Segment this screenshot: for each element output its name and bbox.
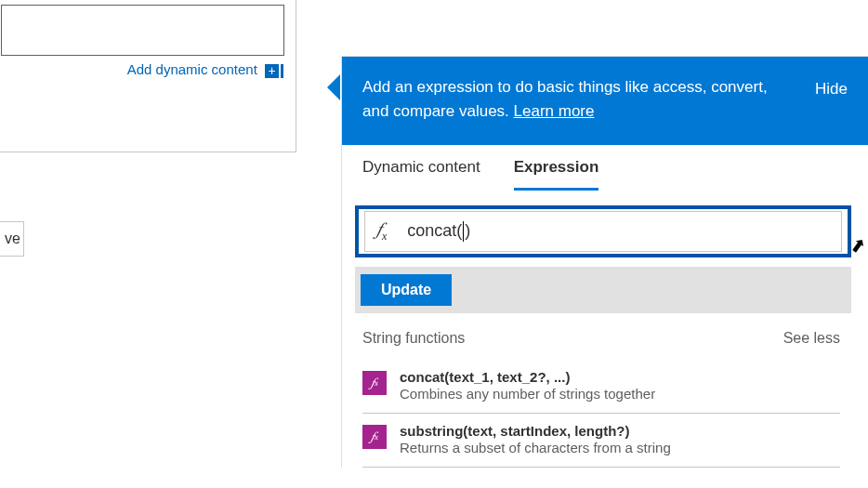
learn-more-link[interactable]: Learn more: [514, 102, 595, 120]
function-description: Combines any number of strings together: [400, 386, 655, 402]
expression-flyout: Add an expression to do basic things lik…: [341, 56, 868, 468]
action-input[interactable]: [1, 5, 284, 56]
tab-dynamic-content[interactable]: Dynamic content: [362, 158, 480, 191]
add-dynamic-content-link[interactable]: Add dynamic content +: [127, 61, 283, 78]
expression-input[interactable]: 𝑓x concat(): [364, 211, 842, 252]
plus-icon: +: [265, 64, 279, 78]
function-signature: substring(text, startIndex, length?): [400, 423, 671, 439]
function-signature: concat(text_1, text_2?, ...): [400, 369, 655, 385]
add-dynamic-content-label: Add dynamic content: [127, 61, 257, 77]
bar-icon: [281, 64, 283, 78]
action-card: Add dynamic content +: [0, 0, 296, 152]
tab-strip: Dynamic content Expression: [342, 145, 868, 191]
fx-icon: 𝑓x: [376, 218, 387, 244]
update-row: Update: [355, 267, 851, 313]
flyout-pointer-icon: [327, 74, 340, 100]
expression-input-frame: 𝑓x concat(): [355, 205, 851, 257]
hide-banner-button[interactable]: Hide: [815, 77, 848, 101]
tab-expression[interactable]: Expression: [514, 158, 599, 191]
banner-text: Add an expression to do basic things lik…: [362, 75, 796, 125]
info-banner: Add an expression to do basic things lik…: [342, 57, 868, 145]
function-panel: String functions See less 𝑓x concat(text…: [342, 313, 868, 468]
update-button[interactable]: Update: [361, 274, 452, 306]
fx-icon: 𝑓x: [362, 371, 387, 395]
function-item[interactable]: 𝑓x substring(text, startIndex, length?) …: [362, 414, 840, 468]
see-less-toggle[interactable]: See less: [783, 330, 840, 347]
expression-text: concat(): [407, 221, 470, 242]
function-description: Returns a subset of characters from a st…: [400, 440, 671, 455]
function-item[interactable]: 𝑓x concat(text_1, text_2?, ...) Combines…: [362, 360, 840, 414]
save-button[interactable]: ve: [0, 221, 24, 257]
fx-icon: 𝑓x: [362, 425, 387, 449]
function-group-title: String functions: [362, 330, 465, 347]
